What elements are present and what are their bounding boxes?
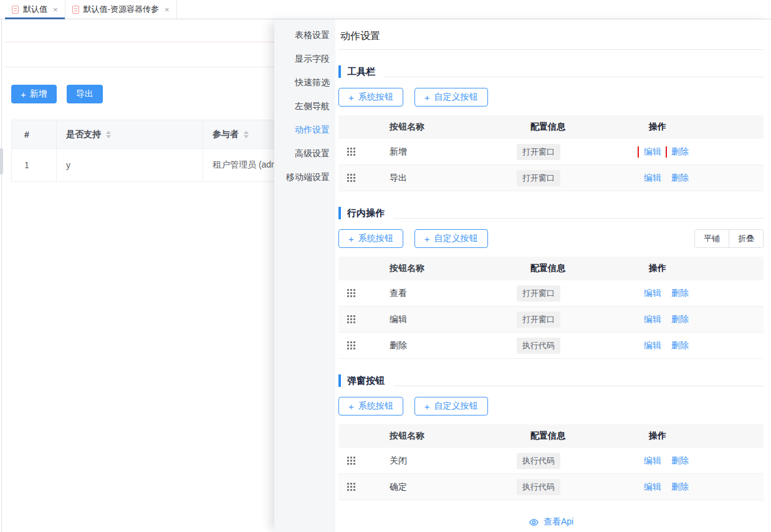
view-api-link[interactable]: 查看Api bbox=[338, 516, 764, 528]
tab-close-icon[interactable]: × bbox=[53, 6, 58, 14]
system-button-add[interactable]: + 系统按钮 bbox=[338, 88, 403, 107]
custom-button-add[interactable]: + 自定义按钮 bbox=[414, 397, 488, 416]
button-name: 编辑 bbox=[370, 314, 512, 325]
document-icon bbox=[12, 6, 19, 14]
column-config-info: 配置信息 bbox=[512, 263, 636, 274]
editor-tab-1[interactable]: 默认值-资源容器传参 × bbox=[65, 0, 177, 19]
config-badge: 打开窗口 bbox=[517, 285, 560, 302]
delete-link[interactable]: 删除 bbox=[671, 146, 689, 158]
drag-handle-icon[interactable] bbox=[347, 483, 355, 491]
column-operations: 操作 bbox=[636, 263, 764, 274]
editor-tab-0[interactable]: 默认值 × bbox=[5, 0, 65, 19]
table-row: 1 y 租户管理员 (adm bbox=[12, 149, 281, 181]
custom-button-add[interactable]: + 自定义按钮 bbox=[414, 88, 488, 107]
editor-tab-bar: 默认值 × 默认值-资源容器传参 × bbox=[0, 0, 771, 19]
section-divider bbox=[393, 386, 764, 386]
edit-link[interactable]: 编辑 bbox=[644, 482, 661, 493]
plus-icon: + bbox=[348, 234, 354, 244]
drag-handle-icon[interactable] bbox=[347, 315, 355, 323]
custom-button-add[interactable]: + 自定义按钮 bbox=[414, 229, 488, 248]
plus-icon: + bbox=[424, 234, 430, 244]
drag-handle-icon[interactable] bbox=[347, 457, 355, 465]
column-config-info: 配置信息 bbox=[512, 121, 636, 133]
edit-link[interactable]: 编辑 bbox=[644, 340, 661, 351]
edit-link[interactable]: 编辑 bbox=[644, 455, 661, 467]
config-badge: 打开窗口 bbox=[517, 311, 560, 328]
sort-icon[interactable] bbox=[106, 131, 111, 138]
table-row: 确定 执行代码 编辑 删除 bbox=[338, 474, 764, 500]
config-badge: 执行代码 bbox=[517, 338, 560, 354]
tab-close-icon[interactable]: × bbox=[165, 6, 170, 14]
config-badge: 打开窗口 bbox=[517, 144, 560, 160]
cell-participant: 租户管理员 (adm bbox=[203, 149, 281, 181]
plus-icon: + bbox=[348, 93, 354, 102]
drawer-menu-item-5[interactable]: 高级设置 bbox=[274, 141, 335, 165]
delete-link[interactable]: 删除 bbox=[671, 173, 689, 184]
column-operations: 操作 bbox=[636, 121, 764, 133]
drawer-menu-item-3[interactable]: 左侧导航 bbox=[274, 94, 335, 118]
column-config-info: 配置信息 bbox=[512, 430, 636, 442]
buttons-table: 按钮名称 配置信息 操作 新增 打开窗口 编辑 删除 bbox=[338, 115, 764, 191]
collapse-handle[interactable] bbox=[0, 148, 3, 174]
plus-icon: + bbox=[21, 90, 26, 99]
column-button-name: 按钮名称 bbox=[370, 430, 512, 442]
plus-icon: + bbox=[348, 402, 354, 411]
button-name: 删除 bbox=[370, 340, 512, 351]
toggle-button-0[interactable]: 平铺 bbox=[695, 230, 729, 247]
drawer-menu-item-1[interactable]: 显示字段 bbox=[274, 47, 335, 70]
column-operations: 操作 bbox=[636, 430, 764, 442]
drag-handle-icon[interactable] bbox=[347, 174, 355, 182]
edit-link[interactable]: 编辑 bbox=[644, 288, 661, 299]
cell-index: 1 bbox=[12, 149, 57, 181]
plus-icon: + bbox=[424, 93, 430, 102]
delete-link[interactable]: 删除 bbox=[671, 340, 689, 351]
delete-link[interactable]: 删除 bbox=[671, 482, 689, 493]
column-participant[interactable]: 参与者 bbox=[203, 120, 281, 148]
drag-handle-icon[interactable] bbox=[347, 289, 355, 297]
table-row: 新增 打开窗口 编辑 删除 bbox=[338, 139, 764, 165]
drag-handle-icon[interactable] bbox=[347, 341, 355, 349]
table-header-row: 按钮名称 配置信息 操作 bbox=[338, 424, 764, 448]
drawer-menu-item-2[interactable]: 快速筛选 bbox=[274, 70, 335, 94]
column-support[interactable]: 是否支持 bbox=[57, 120, 203, 148]
settings-section: 工具栏 + 系统按钮 + 自定义按钮 按钮名称 配置信息 操作 bbox=[338, 65, 764, 191]
add-button[interactable]: + 新增 bbox=[11, 85, 57, 103]
column-button-name: 按钮名称 bbox=[370, 121, 512, 133]
drawer-menu: 表格设置显示字段快速筛选左侧导航动作设置高级设置移动端设置 bbox=[274, 19, 335, 532]
drawer-title: 动作设置 bbox=[338, 19, 764, 50]
system-button-add[interactable]: + 系统按钮 bbox=[338, 229, 403, 248]
drawer-menu-item-6[interactable]: 移动端设置 bbox=[274, 165, 335, 189]
buttons-table: 按钮名称 配置信息 操作 关闭 执行代码 编辑 删除 bbox=[338, 424, 764, 500]
plus-icon: + bbox=[424, 402, 430, 411]
section-divider bbox=[393, 218, 764, 219]
toggle-button-1[interactable]: 折叠 bbox=[729, 230, 763, 247]
table-header-row: 按钮名称 配置信息 操作 bbox=[338, 115, 764, 139]
eye-icon bbox=[529, 518, 539, 526]
section-header: 工具栏 bbox=[338, 65, 764, 78]
panel-left-border bbox=[1, 19, 2, 532]
edit-link[interactable]: 编辑 bbox=[644, 173, 661, 184]
section-title: 工具栏 bbox=[347, 66, 375, 78]
delete-link[interactable]: 删除 bbox=[671, 455, 689, 467]
export-button[interactable]: 导出 bbox=[67, 85, 103, 103]
sort-icon[interactable] bbox=[244, 131, 249, 138]
config-badge: 打开窗口 bbox=[517, 170, 560, 186]
section-toolbar: + 系统按钮 + 自定义按钮 bbox=[338, 88, 764, 107]
button-name: 查看 bbox=[370, 288, 512, 299]
drawer-menu-item-0[interactable]: 表格设置 bbox=[274, 23, 335, 47]
drawer-content: 动作设置 工具栏 + 系统按钮 + 自定义按钮 按钮名称 配置信息 操作 bbox=[335, 19, 771, 532]
table-row: 编辑 打开窗口 编辑 删除 bbox=[338, 306, 764, 333]
table-row: 导出 打开窗口 编辑 删除 bbox=[338, 165, 764, 191]
section-title: 弹窗按钮 bbox=[347, 375, 385, 387]
drawer-menu-item-4[interactable]: 动作设置 bbox=[274, 118, 335, 141]
drag-handle-icon[interactable] bbox=[347, 148, 355, 156]
delete-link[interactable]: 删除 bbox=[671, 314, 689, 325]
table-header-row: 按钮名称 配置信息 操作 bbox=[338, 257, 764, 280]
section-accent-bar bbox=[338, 374, 341, 387]
column-button-name: 按钮名称 bbox=[370, 263, 512, 274]
delete-link[interactable]: 删除 bbox=[671, 288, 689, 299]
system-button-add[interactable]: + 系统按钮 bbox=[338, 397, 403, 416]
edit-link[interactable]: 编辑 bbox=[644, 146, 661, 158]
edit-link[interactable]: 编辑 bbox=[644, 314, 661, 325]
config-badge: 执行代码 bbox=[517, 479, 560, 495]
